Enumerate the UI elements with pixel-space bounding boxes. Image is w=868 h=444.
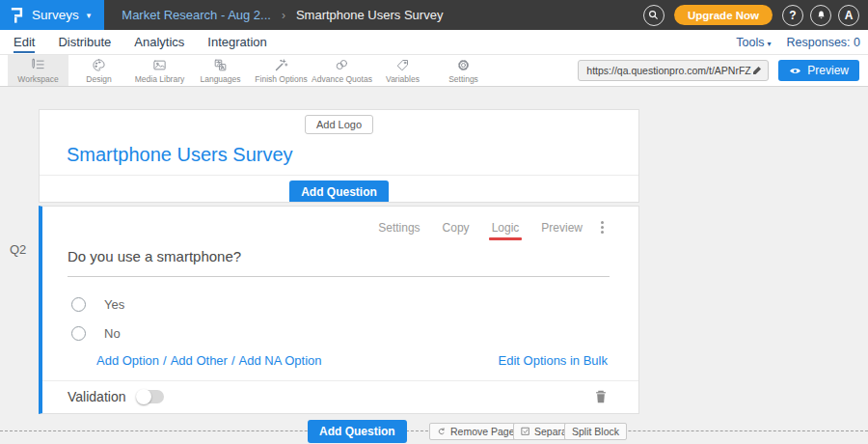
toolbar-item-finish-options[interactable]: Finish Options [251, 55, 312, 86]
breadcrumb: Market Research - Aug 2... › Smartphone … [122, 8, 443, 22]
breadcrumb-separator: › [282, 9, 285, 22]
answer-option-row: No [71, 326, 638, 341]
validation-label: Validation [68, 389, 125, 404]
breadcrumb-current: Smartphone Users Survey [296, 8, 443, 22]
question-tab-settings[interactable]: Settings [378, 221, 420, 235]
edit-toolbar: Workspace Design Media Library Languages… [0, 55, 868, 87]
topbar-actions: Upgrade Now ? A [643, 5, 868, 26]
breadcrumb-parent[interactable]: Market Research - Aug 2... [122, 8, 271, 22]
add-other-link[interactable]: Add Other [171, 353, 228, 368]
gear-icon [456, 58, 471, 72]
question-tab-logic[interactable]: Logic [492, 221, 520, 235]
preview-button[interactable]: Preview [778, 60, 859, 81]
product-label: Surveys [32, 8, 79, 22]
palette-icon [92, 58, 106, 72]
split-block-button[interactable]: Split Block [564, 423, 627, 440]
add-question-button-top[interactable]: Add Question [289, 180, 389, 203]
toolbar-right: Preview [578, 55, 868, 86]
option-label-no[interactable]: No [104, 326, 121, 341]
toolbar-item-media-library[interactable]: Media Library [129, 55, 190, 86]
question-text[interactable]: Do you use a smartphone? [68, 248, 610, 277]
edit-options-in-bulk-link[interactable]: Edit Options in Bulk [499, 353, 608, 368]
search-button[interactable] [643, 5, 665, 26]
toolbar-item-advance-quotas[interactable]: Advance Quotas [312, 55, 372, 86]
refresh-icon [437, 427, 447, 436]
validation-row: Validation [68, 381, 608, 404]
add-na-option-link[interactable]: Add NA Option [239, 353, 322, 368]
workspace-icon [31, 58, 45, 72]
questionpro-logo-icon [10, 7, 24, 23]
checkbox-checked-icon [521, 427, 530, 436]
survey-url-box [578, 60, 769, 81]
help-button[interactable]: ? [782, 5, 803, 26]
survey-header-card: Add Logo Smartphone Users Survey Add Que… [39, 109, 639, 203]
link-separator: / [231, 353, 235, 368]
add-logo-button[interactable]: Add Logo [305, 115, 373, 134]
subnav-right: Tools▾ Responses: 0 [736, 36, 860, 49]
page-break-row: Add Question Remove Page Break Separator… [0, 419, 868, 444]
link-separator: / [163, 353, 167, 368]
add-option-link[interactable]: Add Option [96, 353, 159, 368]
question-tab-copy[interactable]: Copy [443, 221, 470, 235]
bell-icon [816, 10, 827, 20]
top-header: Surveys ▾ Market Research - Aug 2... › S… [0, 0, 868, 30]
tag-icon [395, 58, 410, 72]
validation-toggle[interactable] [137, 390, 164, 403]
question-tabs: Settings Copy Logic Preview [42, 207, 638, 236]
survey-title[interactable]: Smartphone Users Survey [67, 144, 638, 166]
upgrade-button[interactable]: Upgrade Now [674, 5, 773, 25]
magic-wand-icon [274, 58, 288, 72]
toolbar-item-languages[interactable]: Languages [190, 55, 251, 86]
chevron-down-icon: ▾ [768, 40, 772, 48]
tab-edit[interactable]: Edit [14, 31, 35, 53]
toolbar-item-variables[interactable]: Variables [372, 55, 433, 86]
translate-icon [213, 58, 228, 72]
toolbar-item-workspace[interactable]: Workspace [8, 55, 68, 86]
tab-analytics[interactable]: Analytics [134, 31, 184, 53]
responses-count[interactable]: Responses: 0 [787, 36, 860, 49]
question-more-menu-icon[interactable] [599, 219, 606, 236]
avatar[interactable]: A [838, 5, 859, 26]
option-label-yes[interactable]: Yes [104, 297, 124, 312]
toolbar-item-design[interactable]: Design [68, 55, 129, 86]
question-card: Settings Copy Logic Preview Do you use a… [39, 206, 639, 414]
edit-url-pencil-icon[interactable] [751, 65, 763, 76]
search-icon [648, 10, 659, 20]
survey-url-input[interactable] [586, 65, 751, 76]
toggle-knob [136, 389, 151, 404]
chevron-down-icon: ▾ [87, 11, 92, 20]
tools-menu[interactable]: Tools▾ [736, 36, 771, 49]
radio-option-no[interactable] [71, 326, 86, 341]
tab-distribute[interactable]: Distribute [58, 31, 111, 53]
option-links-row: Add Option / Add Other / Add NA Option E… [96, 353, 608, 368]
toolbar-item-settings[interactable]: Settings [433, 55, 494, 86]
question-number: Q2 [10, 242, 26, 257]
notifications-button[interactable] [810, 5, 831, 26]
answer-option-row: Yes [71, 297, 638, 312]
question-tab-preview[interactable]: Preview [541, 221, 583, 235]
survey-subnav: Edit Distribute Analytics Integration To… [0, 30, 868, 55]
image-icon [152, 58, 167, 72]
eye-icon [789, 67, 801, 75]
tab-integration[interactable]: Integration [207, 31, 266, 53]
add-question-button-bottom[interactable]: Add Question [308, 420, 407, 443]
delete-question-trash-icon[interactable] [594, 389, 608, 404]
radio-option-yes[interactable] [71, 297, 86, 312]
surveys-menu[interactable]: Surveys ▾ [0, 0, 104, 30]
chain-links-icon [335, 58, 349, 72]
